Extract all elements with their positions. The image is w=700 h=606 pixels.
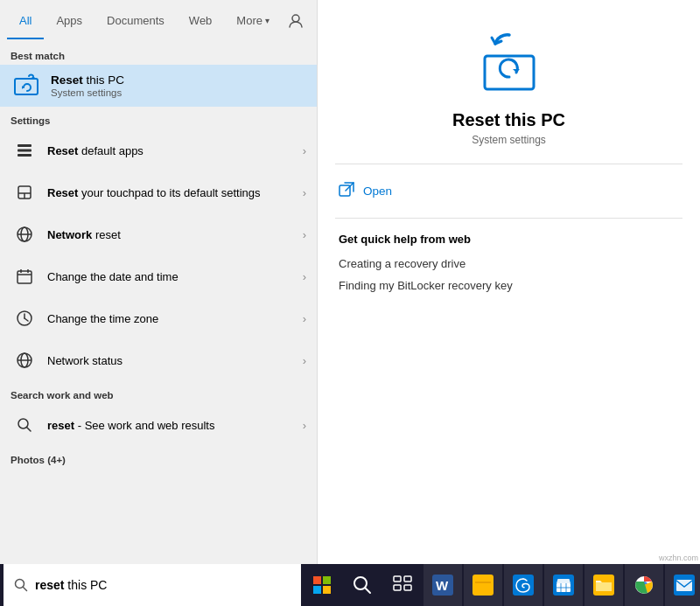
photos-label: Photos (4+) — [0, 446, 317, 469]
right-panel-icon-area — [335, 26, 682, 96]
svg-line-22 — [27, 428, 32, 432]
svg-rect-2 — [18, 144, 32, 147]
svg-text:W: W — [436, 578, 449, 593]
clock-icon — [10, 304, 38, 332]
taskbar-start-button[interactable] — [303, 564, 341, 606]
network-status-icon — [10, 346, 38, 374]
reset-pc-icon — [10, 70, 42, 101]
best-match-label: Best match — [0, 42, 317, 65]
taskbar-explorer2-button[interactable] — [584, 564, 623, 606]
taskbar-search-text: reset this PC — [35, 578, 107, 592]
chevron-right-icon: › — [303, 144, 306, 157]
svg-line-17 — [24, 318, 28, 321]
taskbar-store-button[interactable] — [544, 564, 583, 606]
calendar-icon — [10, 262, 38, 290]
svg-rect-37 — [404, 585, 411, 590]
right-panel: Reset this PC System settings Open Get q… — [317, 0, 700, 564]
right-panel-title: Reset this PC — [335, 110, 682, 130]
svg-rect-31 — [323, 586, 331, 594]
best-match-title: Reset this PC — [51, 73, 306, 87]
svg-rect-3 — [18, 150, 32, 152]
taskbar-edge-button[interactable] — [504, 564, 542, 606]
search-icon — [10, 411, 38, 439]
settings-item-text-datetime: Change the date and time — [47, 270, 303, 283]
chevron-right-icon-7: › — [303, 419, 306, 432]
best-match-text: Reset this PC System settings — [51, 73, 306, 98]
svg-rect-11 — [18, 271, 32, 283]
settings-item-network-reset[interactable]: Network reset › — [0, 213, 317, 255]
tab-documents[interactable]: Documents — [94, 3, 177, 39]
taskbar-mail-button[interactable] — [665, 564, 700, 606]
user-icon-button[interactable] — [282, 7, 310, 35]
list-icon — [10, 136, 38, 164]
taskbar-explorer-button[interactable] — [464, 564, 502, 606]
search-panel: All Apps Documents Web More ▾ ··· Best m… — [0, 0, 317, 564]
taskbar-search-button[interactable] — [343, 564, 382, 606]
svg-rect-30 — [313, 586, 321, 594]
svg-rect-34 — [394, 576, 401, 582]
settings-item-text-touchpad: Reset your touchpad to its default setti… — [47, 186, 303, 199]
right-panel-subtitle: System settings — [335, 134, 682, 146]
divider-1 — [335, 164, 682, 164]
web-help-title: Get quick help from web — [339, 233, 679, 246]
taskbar-chrome-button[interactable] — [625, 564, 663, 606]
svg-line-27 — [24, 588, 27, 591]
svg-rect-29 — [323, 576, 331, 584]
taskbar: reset this PC W — [0, 564, 700, 606]
settings-item-date-time[interactable]: Change the date and time › — [0, 255, 317, 297]
open-label: Open — [363, 185, 392, 198]
settings-item-timezone[interactable]: Change the time zone › — [0, 297, 317, 339]
tab-all[interactable]: All — [7, 3, 44, 39]
search-work-web-text: reset - See work and web results — [47, 419, 303, 432]
search-work-web-item[interactable]: reset - See work and web results › — [0, 404, 317, 446]
svg-point-0 — [292, 15, 299, 22]
search-work-web-label: Search work and web — [0, 381, 317, 404]
taskbar-taskview-button[interactable] — [383, 564, 422, 606]
divider-2 — [335, 218, 682, 219]
svg-rect-23 — [485, 56, 534, 89]
svg-rect-35 — [404, 576, 411, 582]
settings-item-reset-default-apps[interactable]: Reset default apps › — [0, 129, 317, 171]
settings-item-network-status[interactable]: Network status › — [0, 339, 317, 381]
chevron-right-icon-2: › — [303, 186, 306, 199]
svg-rect-48 — [676, 580, 692, 591]
web-help-link-1[interactable]: Creating a recovery drive — [335, 253, 682, 275]
settings-item-text-timezone: Change the time zone — [47, 312, 303, 325]
settings-item-reset-touchpad[interactable]: Reset your touchpad to its default setti… — [0, 171, 317, 213]
chevron-right-icon-3: › — [303, 228, 306, 241]
svg-rect-1 — [15, 79, 38, 94]
tab-bar: All Apps Documents Web More ▾ ··· — [0, 0, 317, 42]
taskbar-search-icon — [14, 578, 28, 592]
best-match-item[interactable]: Reset this PC System settings — [0, 65, 317, 107]
tab-more[interactable]: More ▾ — [224, 3, 282, 39]
results-list: Best match Reset this PC System — [0, 42, 317, 564]
web-help-link-2[interactable]: Finding my BitLocker recovery key — [335, 275, 682, 296]
tab-web[interactable]: Web — [177, 3, 225, 39]
right-content: Reset this PC System settings Open Get q… — [318, 0, 700, 564]
settings-item-text-network-status: Network status — [47, 354, 303, 367]
svg-line-33 — [365, 588, 370, 593]
settings-label: Settings — [0, 107, 317, 129]
settings-item-text-network-reset: Network reset — [47, 228, 303, 241]
settings-item-text: Reset default apps — [47, 144, 303, 157]
tab-apps[interactable]: Apps — [44, 3, 94, 39]
chevron-right-icon-5: › — [303, 312, 306, 325]
taskbar-word-button[interactable]: W — [424, 564, 462, 606]
svg-rect-4 — [18, 154, 32, 157]
svg-rect-36 — [394, 585, 401, 590]
taskbar-search-box[interactable]: reset this PC — [4, 564, 301, 606]
open-icon — [339, 182, 354, 200]
touchpad-icon — [10, 178, 38, 206]
network-icon — [10, 220, 38, 248]
chevron-right-icon-4: › — [303, 270, 306, 283]
reset-pc-large-icon — [474, 26, 544, 96]
svg-rect-28 — [313, 576, 321, 584]
best-match-subtitle: System settings — [51, 87, 306, 98]
watermark: wxzhn.com — [659, 554, 698, 562]
open-action[interactable]: Open — [335, 175, 682, 207]
chevron-right-icon-6: › — [303, 354, 306, 367]
chevron-down-icon: ▾ — [265, 16, 270, 25]
